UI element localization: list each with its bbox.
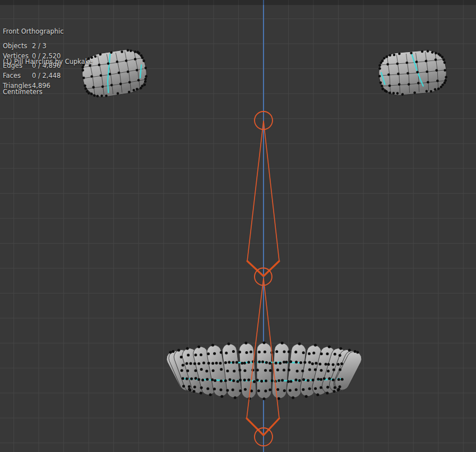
stat-value: 0 / 2,520: [32, 52, 61, 62]
stat-edges: Edges 0 / 4,896: [3, 61, 61, 71]
stat-value: 0 / 2,448: [32, 71, 61, 81]
bone-octahedron-upper[interactable]: [247, 121, 279, 276]
stat-faces: Faces 0 / 2,448: [3, 71, 61, 81]
stat-label: Edges: [3, 61, 32, 71]
bone-joint-circle[interactable]: [255, 428, 272, 446]
stat-label: Objects: [3, 41, 32, 52]
bone-joint-circle[interactable]: [255, 111, 272, 129]
bone-head-edges: [247, 418, 279, 435]
statistics-overlay: Objects 2 / 3 Vertices 0 / 2,520 Edges 0…: [3, 41, 61, 91]
stat-value: 0 / 4,896: [32, 61, 61, 71]
bone-head-edges: [247, 261, 279, 276]
stat-label: Faces: [3, 71, 32, 81]
stat-triangles: Triangles 4,896: [3, 81, 61, 91]
stat-label: Triangles: [3, 81, 32, 91]
mesh-scrunchie-ring[interactable]: [164, 342, 364, 400]
viewport-top-shade: [0, 0, 476, 5]
stat-vertices: Vertices 0 / 2,520: [3, 52, 61, 62]
mesh-pill-right[interactable]: [376, 48, 449, 97]
stat-label: Vertices: [3, 52, 32, 62]
viewport[interactable]: Front Orthographic (1) Pill Hairclips by…: [0, 0, 476, 452]
view-name-text: Front Orthographic: [3, 26, 93, 36]
stat-value: 2 / 3: [32, 41, 47, 52]
stat-value: 4,896: [32, 81, 50, 91]
stat-objects: Objects 2 / 3: [3, 41, 61, 52]
